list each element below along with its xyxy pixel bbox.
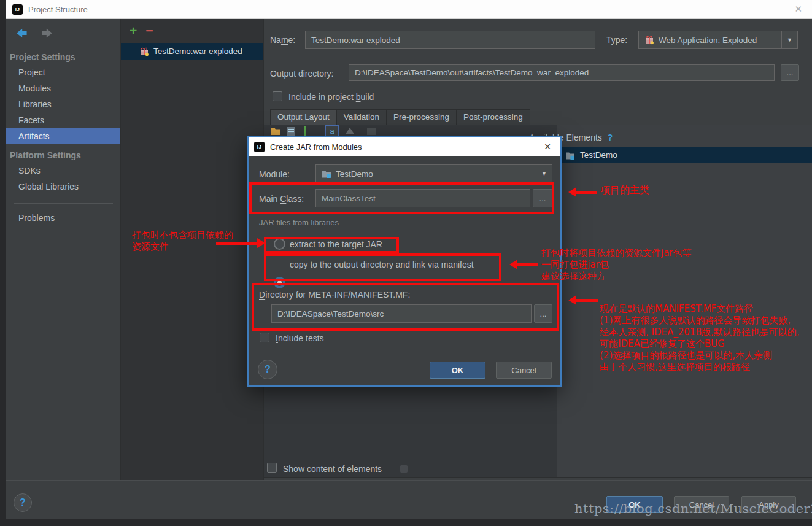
include-in-project-build-checkbox[interactable] <box>273 91 282 101</box>
annotation-arrow-extract <box>216 242 262 245</box>
intellij-logo-icon: IJ <box>254 142 265 152</box>
history-nav <box>6 19 120 46</box>
sidebar-item-facets[interactable]: Facets <box>6 112 120 128</box>
annotation-main-class-note: 项目的主类 <box>600 184 649 196</box>
module-icon <box>322 169 331 179</box>
include-tests-label: Include tests <box>276 333 324 343</box>
tab-output-layout[interactable]: Output Layout <box>270 109 337 125</box>
dialog-ok-button[interactable]: OK <box>430 362 485 379</box>
dialog-close-icon[interactable]: ✕ <box>540 142 555 152</box>
web-app-gift-icon <box>644 35 654 45</box>
tab-pre-processing[interactable]: Pre-processing <box>386 109 457 125</box>
annotation-extract-note: 打包时不包含项目依赖的 资源文件 <box>132 230 233 253</box>
background-strip-left <box>0 0 6 526</box>
back-arrow-icon[interactable] <box>15 26 28 40</box>
tab-validation[interactable]: Validation <box>336 109 387 125</box>
name-label: Name: <box>270 35 295 45</box>
forward-arrow-icon[interactable] <box>41 26 54 40</box>
annotation-copy-note: 打包时将项目依赖的资源文件jar包等 一同打包进jar包 建议选择这种方 <box>541 247 692 282</box>
section-header-platform-settings: Platform Settings <box>6 144 120 163</box>
window-title: Project Structure <box>28 5 88 14</box>
toolbar-separator <box>319 126 319 136</box>
show-content-of-elements-checkbox[interactable] <box>267 463 277 473</box>
section-header-project-settings: Project Settings <box>6 46 120 64</box>
highlight-box-manifest-dir <box>252 283 559 331</box>
add-artifact-icon[interactable]: + <box>130 25 137 36</box>
module-select[interactable]: TestDemo ▼ <box>315 164 552 183</box>
annotation-manifest-note: 现在是默认的MANIFEST.MF文件路径 (1)网上有很多人说默认的路径会导致… <box>600 303 799 373</box>
artifacts-toolbar: + − <box>121 19 263 41</box>
watermark-text: https://blog.csdn.net/MuscleCoder2018 <box>574 501 812 516</box>
annotation-arrow-main-class <box>571 191 597 194</box>
available-element-row-testdemo[interactable]: TestDemo <box>557 147 812 163</box>
settings-sidebar: Project Settings Project Modules Librari… <box>6 19 121 480</box>
highlight-box-copy-radio <box>264 253 501 281</box>
sidebar-item-global-libraries[interactable]: Global Libraries <box>6 179 120 195</box>
available-elements-help-icon[interactable]: ? <box>608 133 613 142</box>
jar-files-group-label: JAR files from libraries <box>259 218 339 227</box>
create-archive-icon[interactable] <box>287 126 296 136</box>
type-dropdown-icon[interactable]: ▼ <box>781 31 797 48</box>
window-close-icon[interactable]: ✕ <box>791 4 806 15</box>
intellij-logo-icon: IJ <box>12 4 23 15</box>
type-label: Type: <box>606 35 627 45</box>
toolbar-misc-icon[interactable] <box>367 128 376 135</box>
tab-post-processing[interactable]: Post-processing <box>456 109 530 125</box>
remove-artifact-icon[interactable]: − <box>145 26 153 36</box>
sidebar-item-problems[interactable]: Problems <box>6 210 120 226</box>
output-directory-input[interactable]: D:\IDEASpace\TestDemo\out\artifacts\Test… <box>349 64 775 81</box>
annotation-arrow-copy <box>512 263 538 266</box>
type-value: Web Application: Exploded <box>659 36 757 45</box>
sidebar-item-modules[interactable]: Modules <box>6 80 120 96</box>
type-select[interactable]: Web Application: Exploded ▼ <box>638 31 798 49</box>
name-input[interactable]: TestDemo:war exploded <box>305 31 595 49</box>
module-value: TestDemo <box>336 169 373 179</box>
background-strip-bottom <box>0 519 812 526</box>
create-jar-dialog-titlebar: IJ Create JAR from Modules ✕ <box>249 137 560 156</box>
artifact-gift-icon <box>139 47 149 56</box>
include-tests-checkbox[interactable] <box>260 333 269 342</box>
help-button[interactable]: ? <box>14 493 32 512</box>
content-footer-divider <box>264 477 812 478</box>
sidebar-divider <box>14 203 113 204</box>
sync-hint-icon <box>400 465 408 473</box>
module-dropdown-icon[interactable]: ▼ <box>536 165 552 182</box>
artifact-tabs: Output Layout Validation Pre-processing … <box>270 109 530 125</box>
artifact-name: TestDemo:war exploded <box>153 47 242 56</box>
output-directory-label: Output directory: <box>270 69 334 79</box>
create-directory-folder-icon[interactable] <box>270 126 281 136</box>
group-separator-line <box>347 223 552 223</box>
show-content-of-elements-label: Show content of elements <box>283 464 382 474</box>
sort-up-icon[interactable] <box>346 128 354 134</box>
sidebar-item-artifacts[interactable]: Artifacts <box>6 128 120 144</box>
annotation-arrow-manifest <box>571 299 598 302</box>
dialog-cancel-button[interactable]: Cancel <box>496 362 552 379</box>
highlight-box-extract-radio <box>264 237 399 253</box>
output-directory-browse-button[interactable]: ... <box>781 64 799 81</box>
window-titlebar: IJ Project Structure ✕ <box>6 0 812 19</box>
sidebar-item-project[interactable]: Project <box>6 64 120 80</box>
include-in-project-build-label: Include in project build <box>288 92 374 102</box>
module-icon <box>565 150 575 160</box>
screen: IJ Project Structure ✕ Project Settings … <box>0 0 812 526</box>
sidebar-item-libraries[interactable]: Libraries <box>6 96 120 112</box>
module-label: Module: <box>259 169 290 179</box>
dialog-title: Create JAR from Modules <box>270 142 362 152</box>
artifact-list-item-selected[interactable]: TestDemo:war exploded <box>121 43 263 60</box>
dialog-help-button[interactable]: ? <box>258 360 277 379</box>
add-element-icon[interactable] <box>304 126 306 136</box>
sidebar-item-sdks[interactable]: SDKs <box>6 163 120 179</box>
show-artifact-id-icon[interactable]: a <box>325 125 339 137</box>
highlight-box-main-class <box>249 182 554 214</box>
